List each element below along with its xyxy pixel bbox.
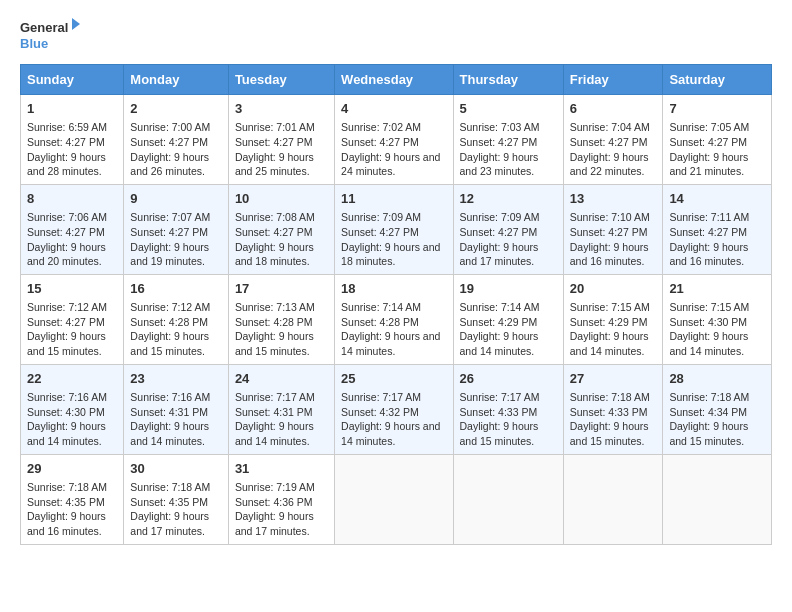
sunrise-label: Sunrise: 7:10 AM [570, 211, 650, 223]
day-number: 30 [130, 460, 222, 478]
calendar-cell: 8Sunrise: 7:06 AMSunset: 4:27 PMDaylight… [21, 184, 124, 274]
calendar-cell: 22Sunrise: 7:16 AMSunset: 4:30 PMDayligh… [21, 364, 124, 454]
daylight-label: Daylight: 9 hours and 14 minutes. [27, 420, 106, 447]
svg-text:Blue: Blue [20, 36, 48, 51]
calendar-cell: 12Sunrise: 7:09 AMSunset: 4:27 PMDayligh… [453, 184, 563, 274]
sunset-label: Sunset: 4:27 PM [27, 226, 105, 238]
daylight-label: Daylight: 9 hours and 16 minutes. [570, 241, 649, 268]
sunset-label: Sunset: 4:27 PM [570, 136, 648, 148]
calendar-cell: 25Sunrise: 7:17 AMSunset: 4:32 PMDayligh… [335, 364, 453, 454]
daylight-label: Daylight: 9 hours and 15 minutes. [27, 330, 106, 357]
day-info: Sunrise: 7:00 AMSunset: 4:27 PMDaylight:… [130, 120, 222, 179]
sunset-label: Sunset: 4:35 PM [130, 496, 208, 508]
sunset-label: Sunset: 4:35 PM [27, 496, 105, 508]
daylight-label: Daylight: 9 hours and 15 minutes. [235, 330, 314, 357]
sunset-label: Sunset: 4:27 PM [27, 136, 105, 148]
day-number: 16 [130, 280, 222, 298]
day-number: 31 [235, 460, 328, 478]
calendar-cell: 30Sunrise: 7:18 AMSunset: 4:35 PMDayligh… [124, 454, 229, 544]
sunrise-label: Sunrise: 7:09 AM [460, 211, 540, 223]
day-info: Sunrise: 7:17 AMSunset: 4:32 PMDaylight:… [341, 390, 446, 449]
day-info: Sunrise: 7:10 AMSunset: 4:27 PMDaylight:… [570, 210, 657, 269]
day-info: Sunrise: 7:02 AMSunset: 4:27 PMDaylight:… [341, 120, 446, 179]
day-number: 9 [130, 190, 222, 208]
daylight-label: Daylight: 9 hours and 18 minutes. [341, 241, 440, 268]
calendar-cell [453, 454, 563, 544]
sunrise-label: Sunrise: 7:12 AM [27, 301, 107, 313]
day-info: Sunrise: 7:06 AMSunset: 4:27 PMDaylight:… [27, 210, 117, 269]
sunrise-label: Sunrise: 7:06 AM [27, 211, 107, 223]
day-number: 29 [27, 460, 117, 478]
calendar-cell: 26Sunrise: 7:17 AMSunset: 4:33 PMDayligh… [453, 364, 563, 454]
day-info: Sunrise: 7:18 AMSunset: 4:33 PMDaylight:… [570, 390, 657, 449]
daylight-label: Daylight: 9 hours and 28 minutes. [27, 151, 106, 178]
day-info: Sunrise: 7:14 AMSunset: 4:28 PMDaylight:… [341, 300, 446, 359]
sunset-label: Sunset: 4:27 PM [669, 136, 747, 148]
sunrise-label: Sunrise: 7:18 AM [130, 481, 210, 493]
calendar-week-row: 29Sunrise: 7:18 AMSunset: 4:35 PMDayligh… [21, 454, 772, 544]
daylight-label: Daylight: 9 hours and 14 minutes. [341, 330, 440, 357]
sunrise-label: Sunrise: 7:15 AM [570, 301, 650, 313]
calendar-cell: 15Sunrise: 7:12 AMSunset: 4:27 PMDayligh… [21, 274, 124, 364]
sunset-label: Sunset: 4:31 PM [235, 406, 313, 418]
calendar-table: SundayMondayTuesdayWednesdayThursdayFrid… [20, 64, 772, 545]
day-info: Sunrise: 7:14 AMSunset: 4:29 PMDaylight:… [460, 300, 557, 359]
calendar-week-row: 1Sunrise: 6:59 AMSunset: 4:27 PMDaylight… [21, 95, 772, 185]
day-info: Sunrise: 7:11 AMSunset: 4:27 PMDaylight:… [669, 210, 765, 269]
day-info: Sunrise: 7:12 AMSunset: 4:27 PMDaylight:… [27, 300, 117, 359]
day-number: 26 [460, 370, 557, 388]
calendar-cell [663, 454, 772, 544]
day-number: 4 [341, 100, 446, 118]
day-number: 22 [27, 370, 117, 388]
calendar-cell: 19Sunrise: 7:14 AMSunset: 4:29 PMDayligh… [453, 274, 563, 364]
calendar-week-row: 8Sunrise: 7:06 AMSunset: 4:27 PMDaylight… [21, 184, 772, 274]
sunset-label: Sunset: 4:27 PM [341, 136, 419, 148]
sunrise-label: Sunrise: 7:18 AM [570, 391, 650, 403]
day-header-wednesday: Wednesday [335, 65, 453, 95]
sunset-label: Sunset: 4:27 PM [669, 226, 747, 238]
logo: General Blue [20, 16, 80, 56]
calendar-cell: 28Sunrise: 7:18 AMSunset: 4:34 PMDayligh… [663, 364, 772, 454]
calendar-cell: 11Sunrise: 7:09 AMSunset: 4:27 PMDayligh… [335, 184, 453, 274]
calendar-cell: 17Sunrise: 7:13 AMSunset: 4:28 PMDayligh… [228, 274, 334, 364]
day-number: 20 [570, 280, 657, 298]
sunset-label: Sunset: 4:33 PM [570, 406, 648, 418]
daylight-label: Daylight: 9 hours and 14 minutes. [341, 420, 440, 447]
day-info: Sunrise: 7:08 AMSunset: 4:27 PMDaylight:… [235, 210, 328, 269]
calendar-cell: 6Sunrise: 7:04 AMSunset: 4:27 PMDaylight… [563, 95, 663, 185]
day-info: Sunrise: 7:07 AMSunset: 4:27 PMDaylight:… [130, 210, 222, 269]
calendar-week-row: 22Sunrise: 7:16 AMSunset: 4:30 PMDayligh… [21, 364, 772, 454]
sunset-label: Sunset: 4:28 PM [235, 316, 313, 328]
sunset-label: Sunset: 4:27 PM [235, 136, 313, 148]
day-info: Sunrise: 7:17 AMSunset: 4:31 PMDaylight:… [235, 390, 328, 449]
sunset-label: Sunset: 4:27 PM [570, 226, 648, 238]
sunset-label: Sunset: 4:36 PM [235, 496, 313, 508]
day-number: 25 [341, 370, 446, 388]
sunrise-label: Sunrise: 7:02 AM [341, 121, 421, 133]
calendar-body: 1Sunrise: 6:59 AMSunset: 4:27 PMDaylight… [21, 95, 772, 545]
sunset-label: Sunset: 4:31 PM [130, 406, 208, 418]
daylight-label: Daylight: 9 hours and 23 minutes. [460, 151, 539, 178]
daylight-label: Daylight: 9 hours and 15 minutes. [130, 330, 209, 357]
sunset-label: Sunset: 4:27 PM [27, 316, 105, 328]
calendar-cell: 24Sunrise: 7:17 AMSunset: 4:31 PMDayligh… [228, 364, 334, 454]
day-info: Sunrise: 7:18 AMSunset: 4:34 PMDaylight:… [669, 390, 765, 449]
daylight-label: Daylight: 9 hours and 24 minutes. [341, 151, 440, 178]
calendar-cell: 3Sunrise: 7:01 AMSunset: 4:27 PMDaylight… [228, 95, 334, 185]
day-number: 24 [235, 370, 328, 388]
day-info: Sunrise: 7:16 AMSunset: 4:31 PMDaylight:… [130, 390, 222, 449]
sunrise-label: Sunrise: 7:19 AM [235, 481, 315, 493]
svg-text:General: General [20, 20, 68, 35]
sunset-label: Sunset: 4:29 PM [570, 316, 648, 328]
sunrise-label: Sunrise: 7:07 AM [130, 211, 210, 223]
daylight-label: Daylight: 9 hours and 14 minutes. [570, 330, 649, 357]
sunrise-label: Sunrise: 7:16 AM [27, 391, 107, 403]
sunrise-label: Sunrise: 7:03 AM [460, 121, 540, 133]
sunset-label: Sunset: 4:33 PM [460, 406, 538, 418]
calendar-cell: 4Sunrise: 7:02 AMSunset: 4:27 PMDaylight… [335, 95, 453, 185]
calendar-cell: 16Sunrise: 7:12 AMSunset: 4:28 PMDayligh… [124, 274, 229, 364]
daylight-label: Daylight: 9 hours and 22 minutes. [570, 151, 649, 178]
daylight-label: Daylight: 9 hours and 14 minutes. [460, 330, 539, 357]
sunrise-label: Sunrise: 7:09 AM [341, 211, 421, 223]
day-number: 5 [460, 100, 557, 118]
